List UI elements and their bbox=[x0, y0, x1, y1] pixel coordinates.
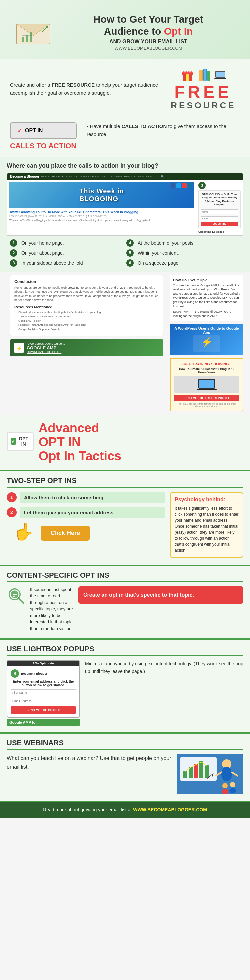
free-training-footer: The FREE access to this training will be… bbox=[174, 403, 239, 407]
free-training-btn[interactable]: SEND ME THE FREE REPORT! > bbox=[174, 395, 239, 401]
content-specific-header: CONTENT-SPECIFIC OPT INS bbox=[7, 571, 243, 582]
placement-5-num: 5 bbox=[127, 249, 134, 256]
opt-in-button[interactable]: ✓ OPT IN bbox=[10, 123, 77, 139]
cta-label: CALLS TO ACTION bbox=[10, 142, 77, 151]
opt-in-label: OPT IN bbox=[25, 128, 43, 134]
advanced-section: ✓ OPT IN Advanced OPT IN Opt In Tactics bbox=[0, 415, 250, 470]
where-section: Where can you place the calls to action … bbox=[0, 157, 250, 272]
header-main-title: How to Get Your Target Audience to Opt I… bbox=[59, 13, 238, 37]
svg-rect-6 bbox=[22, 37, 24, 42]
blogger-logo-icon: B bbox=[11, 669, 19, 678]
placement-6-num: 6 bbox=[127, 259, 134, 267]
free-training-subtitle: How To Create A Successful Blog In 12 Ho… bbox=[174, 368, 239, 374]
laptop-icon bbox=[214, 68, 227, 82]
annotation-3: 3 bbox=[198, 181, 206, 189]
sidebar-subscribe-btn[interactable]: SUBSCRIBE bbox=[201, 221, 238, 226]
gift-icon bbox=[180, 67, 195, 83]
sidebar-name-input[interactable] bbox=[201, 209, 238, 214]
opt-in-check-row: ✓ OPT IN bbox=[11, 436, 29, 447]
content-specific-cta: Create an opt in that's specific to that… bbox=[78, 586, 243, 604]
amp-line3: DOWNLOAD THE GUIDE bbox=[27, 350, 65, 354]
two-step-section: TWO-STEP OPT INS 1 Allow them to click o… bbox=[0, 471, 250, 565]
how-setup-text: You need to use out Google AMP for yours… bbox=[173, 283, 241, 309]
nav-item-contact: CONTACT bbox=[146, 175, 159, 178]
social-icons bbox=[171, 183, 192, 188]
blog-body: 1 2 This Week inBLOGGING bbox=[7, 180, 243, 235]
webinar-illustration bbox=[177, 754, 243, 794]
blog-logo: Become a Blogger bbox=[10, 175, 40, 178]
advanced-label2: OPT IN bbox=[39, 435, 81, 449]
blog-right-col: How Do I Set It Up? You need to use out … bbox=[170, 275, 243, 412]
svg-rect-18 bbox=[204, 69, 206, 81]
placement-5: 5 Within your content. bbox=[127, 249, 240, 256]
envelope-svg bbox=[15, 18, 52, 46]
webinar-header: USE WEBINARS bbox=[7, 739, 243, 750]
content-specific-section: CONTENT-SPECIFIC OPT INS If someone just… bbox=[0, 566, 250, 639]
how-setup-box: How Do I Set It Up? You need to use out … bbox=[170, 275, 243, 321]
amp-download-box[interactable]: ⚡ A Wordpress User's Guide to GOOGLE AMP… bbox=[10, 339, 163, 356]
step-1-text: Allow them to click on something bbox=[20, 492, 165, 503]
blog-article-byline: LESLIE SAMUEL | MAY 10, 2016 | 🎙 MEDIA, … bbox=[9, 215, 194, 218]
popup-name-input[interactable] bbox=[11, 689, 76, 696]
how-setup-text2: Search 'AMP' in the plugins directory. Y… bbox=[173, 310, 241, 318]
sidebar-email-input[interactable] bbox=[201, 216, 238, 221]
lightbox-section: USE LIGHTBOX POPUPS 20% Optin rate B Bec… bbox=[0, 640, 250, 732]
webinar-text: What can you teach live on a webinar? Us… bbox=[7, 754, 172, 771]
checkbox-checked: ✓ bbox=[11, 438, 16, 445]
nav-item-about: ABOUT ▼ bbox=[51, 175, 64, 178]
lightbox-header: USE LIGHTBOX POPUPS bbox=[7, 645, 243, 656]
opt-in-checkbox-box: ✓ OPT IN bbox=[7, 432, 34, 451]
magnify-icon bbox=[7, 586, 27, 606]
placement-6-text: On a squeeze page. bbox=[138, 260, 180, 266]
advanced-icon-container: ✓ OPT IN bbox=[7, 432, 34, 453]
resource-item-4: Facebook Instant Articles and Google AMP… bbox=[18, 323, 159, 327]
two-step-left: 1 Allow them to click on something 2 Let… bbox=[7, 492, 165, 558]
amp-line1: A Wordpress User's Guide to bbox=[27, 342, 65, 345]
header-section: How to Get Your Target Audience to Opt I… bbox=[0, 0, 250, 59]
blog-nav-items: HOME ABOUT ▼ PODCAST START A BLOG GET CO… bbox=[41, 175, 165, 178]
free-training-image bbox=[174, 376, 239, 393]
content-specific-content: If someone just spent the time to read t… bbox=[7, 586, 243, 632]
footer-url-link[interactable]: WWW.BECOMEABLOGGER.COM bbox=[133, 807, 207, 813]
svg-rect-42 bbox=[184, 771, 187, 778]
wordpress-guide-box: A WordPress User's Guide to Google App ⚡ bbox=[170, 324, 243, 355]
content-specific-desc: If someone just spent the time to read t… bbox=[30, 586, 73, 632]
svg-rect-21 bbox=[216, 72, 225, 77]
amp-line2: GOOGLE AMP bbox=[27, 345, 65, 350]
svg-rect-8 bbox=[30, 32, 32, 42]
cta-button-box: ✓ OPT IN CALLS TO ACTION bbox=[10, 123, 77, 151]
svg-rect-16 bbox=[199, 70, 203, 81]
placement-4-num: 4 bbox=[127, 239, 134, 247]
popup-submit-btn[interactable]: SEND ME THE GUIDE > bbox=[11, 706, 76, 714]
annotation-3-area: 3 bbox=[198, 181, 241, 189]
popup-header-bar: 20% Optin rate bbox=[7, 661, 79, 666]
cta-bullet-prefix: Have multiple bbox=[90, 124, 121, 129]
resource-word: RESOURCE bbox=[167, 100, 240, 111]
advanced-title-block: Advanced OPT IN Opt In Tactics bbox=[39, 422, 121, 463]
placement-6: 6 On a squeeze page. bbox=[127, 259, 240, 267]
nav-item-podcast: PODCAST bbox=[66, 175, 79, 178]
check-icon: ✓ bbox=[17, 127, 22, 134]
cta-bullet-area: • Have multiple CALLS TO ACTION to give … bbox=[87, 123, 240, 138]
free-training-title: FREE TRAINING SHOWING... bbox=[174, 362, 239, 366]
svg-rect-22 bbox=[214, 78, 226, 79]
nav-item-resources: RESOURCES ▼ bbox=[124, 175, 144, 178]
opt-in-text: OPT IN bbox=[18, 436, 29, 447]
webinar-image bbox=[177, 754, 243, 794]
popup-brand-text: Become a Blogger bbox=[21, 672, 47, 675]
popup-email-input[interactable] bbox=[11, 698, 76, 705]
nav-item-start: START A BLOG bbox=[81, 175, 99, 178]
how-setup-title: How Do I Set It Up? bbox=[173, 278, 241, 282]
svg-rect-44 bbox=[194, 764, 198, 778]
nav-search[interactable]: 🔍 bbox=[161, 175, 165, 178]
click-here-btn[interactable]: Click Here bbox=[41, 525, 90, 541]
placement-1: 1 On your home page. bbox=[10, 239, 123, 247]
blog-left-col: Conclusion Key changes are coming to mob… bbox=[7, 275, 167, 412]
step-1-badge: 1 bbox=[7, 492, 17, 502]
free-resource-text: Create and offer a FREE RESOURCE to help… bbox=[10, 81, 160, 97]
title-part1: How to Get Your Target bbox=[93, 14, 203, 25]
resource-item-1: Sitewide docs - relevant them hosting th… bbox=[18, 310, 159, 315]
webinar-content: What can you teach live on a webinar? Us… bbox=[7, 754, 243, 794]
amp-box-text: A Wordpress User's Guide to GOOGLE AMP D… bbox=[27, 342, 65, 354]
advanced-label: Advanced bbox=[39, 421, 99, 435]
